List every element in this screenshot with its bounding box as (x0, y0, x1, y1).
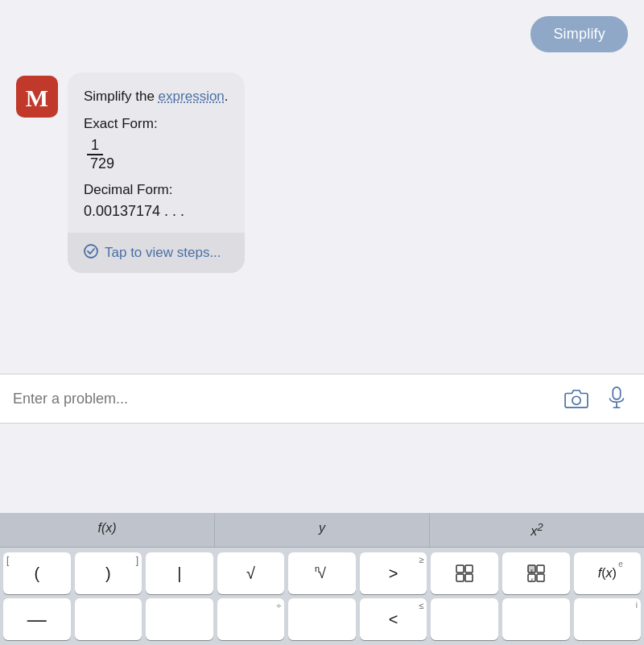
decimal-form-label: Decimal Form: (84, 182, 229, 198)
math-keyboard: f(x) y x2 [ ( ) ] | √ n√ > ≥ (0, 513, 644, 645)
svg-rect-7 (465, 565, 473, 573)
svg-rect-3 (613, 387, 620, 399)
bubble-intro: Simplify the expression. (84, 87, 229, 106)
chat-area: M Simplify the expression. Exact Form: 1… (0, 64, 644, 281)
microphone-button[interactable] (602, 384, 631, 413)
svg-text:y: y (530, 577, 534, 581)
keys-row-1: [ ( ) ] | √ n√ > ≥ (0, 548, 644, 594)
top-bar: Simplify (0, 0, 644, 64)
math-tabs-row: f(x) y x2 (0, 513, 644, 548)
key-less-than[interactable]: < ≤ (360, 598, 427, 640)
key-close-paren[interactable]: ) ] (75, 552, 142, 594)
svg-point-2 (572, 396, 580, 404)
svg-text:M: M (26, 85, 48, 111)
exact-form-label: Exact Form: (84, 116, 229, 132)
key-placeholder5[interactable] (288, 598, 356, 640)
mathway-logo-icon: M (19, 79, 55, 114)
microphone-icon (608, 387, 625, 411)
key-absolute-value[interactable]: | (146, 552, 213, 594)
key-nthroot[interactable]: n√ (288, 552, 356, 594)
camera-icon (564, 388, 588, 409)
key-open-paren[interactable]: [ ( (3, 552, 71, 594)
answer-bubble: Simplify the expression. Exact Form: 1 7… (68, 72, 245, 273)
keys-row-2: — ÷ < ≤ i (0, 594, 644, 645)
key-placeholder9[interactable]: i (574, 598, 642, 640)
check-circle-icon (84, 244, 98, 262)
key-sqrt[interactable]: √ (217, 552, 285, 594)
camera-button[interactable] (562, 384, 591, 413)
svg-rect-9 (465, 574, 473, 581)
key-placeholder7[interactable] (431, 598, 498, 640)
svg-rect-6 (456, 565, 464, 573)
decimal-value: 0.00137174 . . . (84, 203, 229, 220)
app-icon: M (16, 76, 58, 118)
key-greater-than[interactable]: > ≥ (360, 552, 427, 594)
svg-point-1 (85, 245, 97, 258)
intro-text: Simplify the (84, 89, 155, 104)
tap-steps-button[interactable]: Tap to view steps... (68, 233, 245, 273)
key-placeholder2[interactable] (75, 598, 142, 640)
fraction-display: 1 729 (87, 137, 229, 172)
key-minus[interactable]: — (3, 598, 71, 640)
key-placeholder4[interactable]: ÷ (217, 598, 285, 640)
key-placeholder3[interactable] (146, 598, 213, 640)
fraction-denominator: 729 (87, 155, 118, 172)
svg-rect-13 (537, 574, 544, 581)
key-placeholder8[interactable] (502, 598, 570, 640)
key-function[interactable]: f(x) e (574, 552, 642, 594)
intro-period: . (225, 89, 229, 104)
input-bar (0, 374, 644, 424)
tab-fx[interactable]: f(x) (0, 513, 215, 547)
matrix-xy-icon: x y (527, 564, 545, 582)
svg-text:x: x (529, 568, 533, 573)
key-matrix-xy[interactable]: x y (502, 552, 570, 594)
key-matrix-2x2[interactable] (431, 552, 498, 594)
matrix-2x2-icon (456, 564, 473, 582)
svg-rect-8 (456, 574, 464, 581)
expression-link[interactable]: expression (159, 89, 225, 104)
tap-steps-label: Tap to view steps... (105, 245, 221, 261)
tab-x2[interactable]: x2 (430, 513, 644, 547)
svg-rect-11 (537, 565, 544, 573)
problem-input[interactable] (13, 391, 551, 407)
fraction-numerator: 1 (87, 137, 103, 155)
tab-y[interactable]: y (215, 513, 430, 547)
simplify-button[interactable]: Simplify (530, 16, 628, 52)
